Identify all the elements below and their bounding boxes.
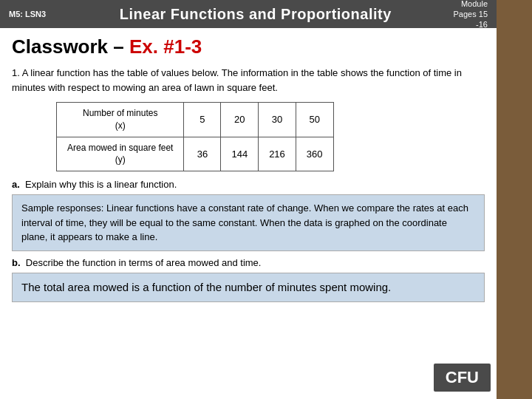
table-cell: 20 xyxy=(221,103,259,137)
part-a-label: a. Explain why this is a linear function… xyxy=(12,179,485,190)
answer-box-b: The total area mowed is a function of th… xyxy=(12,273,485,303)
row1-label: Number of minutes (x) xyxy=(57,103,184,137)
row2-label: Area mowed in square feet (y) xyxy=(57,137,184,171)
table-row: Number of minutes (x) 5 20 30 50 xyxy=(57,103,334,137)
header-bar: M5: LSN3 Linear Functions and Proportion… xyxy=(0,0,497,28)
classwork-heading: Classwork – Ex. #1-3 xyxy=(12,35,485,58)
table-container: Number of minutes (x) 5 20 30 50 Area mo… xyxy=(56,102,485,171)
table-cell: 360 xyxy=(296,137,333,171)
part-b-label: b. Describe the function in terms of are… xyxy=(12,257,485,268)
right-sidebar xyxy=(497,0,532,399)
table-cell: 30 xyxy=(259,103,296,137)
ex-label: Ex. #1-3 xyxy=(129,35,202,58)
module-label: M5: LSN3 xyxy=(9,10,46,18)
problem-text: 1. A linear function has the table of va… xyxy=(12,66,485,95)
table-cell: 216 xyxy=(259,137,296,171)
table-cell: 36 xyxy=(184,137,221,171)
page-title: Linear Functions and Proportionality xyxy=(58,6,453,23)
table-row: Area mowed in square feet (y) 36 144 216… xyxy=(57,137,334,171)
table-cell: 50 xyxy=(296,103,333,137)
module-pages: Module Pages 15 -16 xyxy=(454,0,488,30)
classwork-prefix: Classwork – xyxy=(12,35,129,58)
answer-box-a: Sample responses: Linear functions have … xyxy=(12,194,485,251)
main-content: Classwork – Ex. #1-3 1. A linear functio… xyxy=(0,28,497,316)
cfu-badge: CFU xyxy=(434,364,491,392)
values-table: Number of minutes (x) 5 20 30 50 Area mo… xyxy=(56,102,334,171)
table-cell: 144 xyxy=(221,137,259,171)
table-cell: 5 xyxy=(184,103,221,137)
